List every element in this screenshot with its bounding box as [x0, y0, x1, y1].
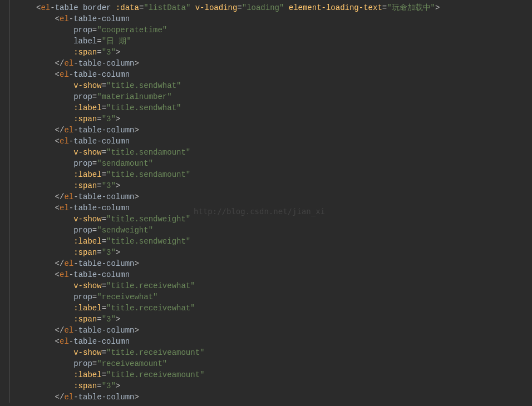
- token-br: </: [55, 126, 65, 135]
- token-br: >: [134, 326, 139, 335]
- token-eq: =: [102, 215, 106, 224]
- token-tn: el: [60, 337, 69, 346]
- token-br: >: [116, 181, 120, 190]
- token-av: "receiveamount": [97, 359, 167, 368]
- token-eq: =: [97, 48, 101, 57]
- token-br: >: [116, 48, 120, 57]
- code-line: :span="3">: [36, 113, 532, 125]
- token-eq: =: [102, 237, 106, 246]
- token-av: "title.receivewhat": [106, 281, 195, 290]
- token-eq: =: [237, 3, 242, 12]
- token-br: -: [69, 14, 73, 23]
- token-eq: =: [97, 248, 101, 257]
- token-an: table-column: [73, 137, 130, 146]
- token-dr: :span: [73, 48, 97, 57]
- token-dr: :span: [73, 181, 97, 190]
- token-eq: =: [92, 226, 97, 235]
- code-line: :label="title.sendamount": [36, 169, 532, 180]
- token-eq: =: [102, 304, 106, 313]
- token-br: <: [55, 137, 60, 146]
- token-av: "玩命加载中": [387, 3, 435, 12]
- token-dr: :label: [73, 170, 101, 179]
- token-eq: =: [102, 348, 106, 357]
- token-av: "title.receivewhat": [106, 304, 195, 313]
- token-tn: el: [64, 259, 73, 268]
- token-av: "title.sendwhat": [106, 103, 181, 112]
- token-tn: el: [60, 270, 69, 279]
- code-line: prop="receiveamount": [36, 358, 532, 369]
- token-eq: =: [102, 281, 106, 290]
- code-line: :span="3">: [36, 47, 532, 58]
- token-dr: v-loading: [195, 3, 238, 12]
- token-av: "日 期": [102, 37, 131, 46]
- token-av: "3": [102, 248, 116, 257]
- token-eq: =: [92, 359, 97, 368]
- token-br: -: [73, 393, 78, 402]
- token-eq: =: [92, 26, 97, 34]
- token-br: <: [55, 70, 60, 79]
- token-an: table-column: [78, 259, 135, 268]
- code-line: <el-table-column: [36, 69, 532, 80]
- code-line: label="日 期": [36, 36, 532, 47]
- token-av: "title.receiveamount": [106, 348, 204, 357]
- token-eq: =: [97, 181, 101, 190]
- token-br: -: [69, 70, 73, 79]
- token-br: </: [55, 59, 65, 68]
- token-dr: :span: [73, 315, 97, 324]
- code-line: <el-table-column: [36, 202, 532, 214]
- token-av: "3": [102, 315, 116, 324]
- token-eq: =: [97, 37, 101, 46]
- token-br: </: [55, 259, 65, 268]
- token-br: <: [55, 270, 60, 279]
- token-br: -: [69, 204, 73, 212]
- code-line: v-show="title.sendwhat": [36, 80, 532, 91]
- token-an: table-column: [73, 270, 130, 279]
- code-line: <el-table-column: [36, 269, 532, 280]
- token-av: "loading": [242, 3, 289, 12]
- token-av: "title.sendamount": [106, 148, 190, 157]
- code-line: :span="3">: [36, 380, 532, 392]
- token-br: -: [73, 259, 78, 268]
- token-eq: =: [102, 370, 106, 379]
- token-br: >: [435, 3, 440, 12]
- token-br: >: [116, 315, 120, 324]
- token-dr: :label: [73, 103, 101, 112]
- token-eq: =: [102, 148, 106, 157]
- token-av: "3": [102, 48, 116, 57]
- token-an: table-column: [73, 204, 130, 212]
- token-av: "title.receiveamount": [106, 370, 204, 379]
- token-tn: el: [64, 393, 73, 402]
- code-line: </el-table-column>: [36, 191, 532, 202]
- token-tn: el: [41, 3, 50, 12]
- token-an: table-column: [78, 393, 135, 402]
- code-line: v-show="title.sendamount": [36, 147, 532, 158]
- token-br: </: [55, 393, 65, 402]
- token-br: <: [55, 14, 60, 23]
- token-av: "materialnumber": [97, 92, 171, 101]
- code-line: </el-table-column>: [36, 325, 532, 336]
- code-line: </el-table-column>: [36, 258, 532, 269]
- code-line: <el-table border :data="listData" v-load…: [36, 2, 532, 13]
- code-line: </el-table-column>: [36, 58, 532, 69]
- code-line: <el-table-column: [36, 13, 532, 24]
- token-br: -: [73, 59, 78, 68]
- code-editor: <el-table border :data="listData" v-load…: [9, 0, 532, 403]
- token-dr: v-show: [73, 281, 101, 290]
- code-line: v-show="title.sendweight": [36, 214, 532, 225]
- token-br: >: [134, 59, 139, 68]
- token-eq: =: [97, 115, 101, 123]
- code-line: <el-table-column: [36, 336, 532, 347]
- token-dr: v-show: [73, 148, 101, 157]
- code-line: :span="3">: [36, 247, 532, 258]
- token-dr: :data: [116, 3, 139, 12]
- code-line: prop="cooperatetime": [36, 24, 532, 36]
- token-br: -: [50, 3, 55, 12]
- token-dr: v-show: [73, 215, 101, 224]
- token-br: -: [73, 326, 78, 335]
- token-eq: =: [382, 3, 387, 12]
- token-an: table: [55, 3, 83, 12]
- token-dr: element-loading-text: [289, 3, 382, 12]
- token-an: table-column: [73, 70, 130, 79]
- token-an: prop: [73, 159, 92, 168]
- token-br: >: [134, 192, 139, 201]
